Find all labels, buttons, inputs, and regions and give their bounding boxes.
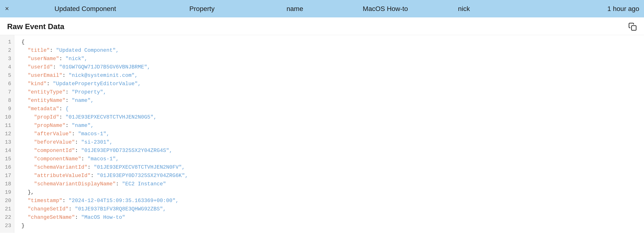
section-title: Raw Event Data [7, 22, 64, 31]
code-line: "changeSetId": "01JE937B1FV3RQ8E3QHWG92Z… [22, 205, 644, 213]
json-key: "schemaVariantId" [34, 163, 88, 172]
json-key: "propName" [34, 122, 66, 130]
line-number: 6 [0, 80, 14, 88]
line-number: 11 [0, 122, 14, 130]
code-line: "kind": "UpdatePropertyEditorValue", [22, 80, 644, 88]
json-key: "metadata" [28, 105, 59, 113]
event-title: Updated Component [16, 5, 154, 13]
line-number: 16 [0, 163, 14, 172]
json-key: "kind" [28, 80, 46, 88]
json-key: "timestamp" [28, 197, 62, 205]
json-brace: }, [22, 188, 34, 197]
code-line: "title": "Updated Component", [22, 46, 644, 55]
code-line: { [22, 38, 644, 46]
code-line: "propId": "01JE93EPXECV8TCTVHJEN2N0G5", [22, 113, 644, 122]
line-number: 5 [0, 71, 14, 80]
json-value: "UpdatePropertyEditorValue", [53, 80, 141, 88]
json-key: "beforeValue" [34, 138, 75, 147]
code-line: "afterValue": "macos-1", [22, 130, 644, 138]
json-value: "macos-1", [78, 130, 110, 138]
code-line: "componentId": "01JE93EPY0D7325SX2Y04ZRG… [22, 147, 644, 155]
json-key: "schemaVariantDisplayName" [34, 180, 116, 188]
line-number: 3 [0, 55, 14, 63]
event-time: 1 hour ago [497, 5, 639, 13]
code-line: "userId": "01GW7GQW71JD7B5GV6VBNJBRME", [22, 63, 644, 71]
close-button[interactable]: ✕ [5, 6, 9, 12]
line-number: 22 [0, 213, 14, 222]
main-content: Raw Event Data 1234567891011121314151617… [0, 18, 644, 233]
json-value: "MacOS How-to" [81, 213, 125, 222]
code-area: 1234567891011121314151617181920212223 { … [0, 35, 644, 233]
top-bar: ✕ Updated Component Property name MacOS … [0, 0, 644, 18]
line-number: 19 [0, 188, 14, 197]
code-line: "beforeValue": "si-2301", [22, 138, 644, 147]
line-number: 17 [0, 172, 14, 180]
json-key: "userName" [28, 55, 59, 63]
json-value: "01GW7GQW71JD7B5GV6VBNJBRME", [59, 63, 150, 71]
line-number: 8 [0, 96, 14, 105]
code-line: "entityName": "name", [22, 96, 644, 105]
json-value: "EC2 Instance" [122, 180, 166, 188]
json-value: "name", [72, 122, 94, 130]
close-icon: ✕ [5, 6, 9, 12]
section-header: Raw Event Data [0, 18, 644, 35]
json-key: "userEmail" [28, 71, 62, 80]
line-number: 2 [0, 46, 14, 55]
json-value: "01JE93EPXECV8TCTVHJEN2N0G5", [66, 113, 157, 122]
json-value: "Property", [72, 88, 106, 96]
code-line: "userName": "nick", [22, 55, 644, 63]
json-value: "Updated Component", [56, 46, 119, 55]
line-number: 14 [0, 147, 14, 155]
json-key: "entityType" [28, 88, 65, 96]
event-property: Property [154, 5, 250, 13]
line-number: 18 [0, 180, 14, 188]
json-key: "title" [28, 46, 50, 55]
top-bar-fields: Updated Component Property name MacOS Ho… [16, 5, 639, 13]
line-numbers: 1234567891011121314151617181920212223 [0, 35, 14, 233]
line-number: 4 [0, 63, 14, 71]
line-number: 21 [0, 205, 14, 213]
event-nick: nick [430, 5, 497, 13]
json-value: "2024-12-04T15:09:35.163369+00:00", [68, 197, 178, 205]
line-number: 20 [0, 197, 14, 205]
code-line: "timestamp": "2024-12-04T15:09:35.163369… [22, 197, 644, 205]
line-number: 13 [0, 138, 14, 147]
code-line: "propName": "name", [22, 122, 644, 130]
json-key: "propId" [34, 113, 59, 122]
line-number: 12 [0, 130, 14, 138]
json-key: "userId" [28, 63, 53, 71]
code-line: "schemaVariantId": "01JE93EPXECV8TCTVHJE… [22, 163, 644, 172]
line-number: 9 [0, 105, 14, 113]
json-value: "si-2301", [81, 138, 113, 147]
line-number: 1 [0, 38, 14, 46]
code-line: "entityType": "Property", [22, 88, 644, 96]
json-key: "afterValue" [34, 130, 72, 138]
copy-button[interactable] [628, 23, 637, 31]
code-line: "attributeValueId": "01JE93EPY0D7325SX2Y… [22, 172, 644, 180]
code-line: "componentName": "macos-1", [22, 155, 644, 163]
json-key: "entityName" [28, 96, 65, 105]
json-key: "componentName" [34, 155, 81, 163]
line-number: 10 [0, 113, 14, 122]
event-name: name [250, 5, 340, 13]
json-key: "attributeValueId" [34, 172, 91, 180]
json-value: "name", [72, 96, 94, 105]
json-key: "changeSetName" [28, 213, 75, 222]
code-line: "metadata": { [22, 105, 644, 113]
json-value: "01JE93EPY0D7325SX2Y04ZRG6K", [97, 172, 188, 180]
svg-rect-0 [632, 26, 636, 30]
code-line: }, [22, 188, 644, 197]
json-value: "nick@systeminit.com", [68, 71, 138, 80]
line-number: 7 [0, 88, 14, 96]
json-brace: } [22, 222, 24, 230]
json-value: "01JE93EPY0D7325SX2Y04ZRG4S", [81, 147, 172, 155]
code-content: { "title": "Updated Component", "userNam… [14, 35, 644, 233]
json-brace: { [22, 38, 24, 46]
line-number: 23 [0, 222, 14, 230]
event-macos: MacOS How-to [340, 5, 430, 13]
json-value: "01JE937B1FV3RQ8E3QHWG92ZBS", [75, 205, 166, 213]
code-line: "userEmail": "nick@systeminit.com", [22, 71, 644, 80]
json-value: { [66, 105, 68, 113]
code-line: "schemaVariantDisplayName": "EC2 Instanc… [22, 180, 644, 188]
json-value: "01JE93EPXECV8TCTVHJEN2N0FV", [94, 163, 185, 172]
